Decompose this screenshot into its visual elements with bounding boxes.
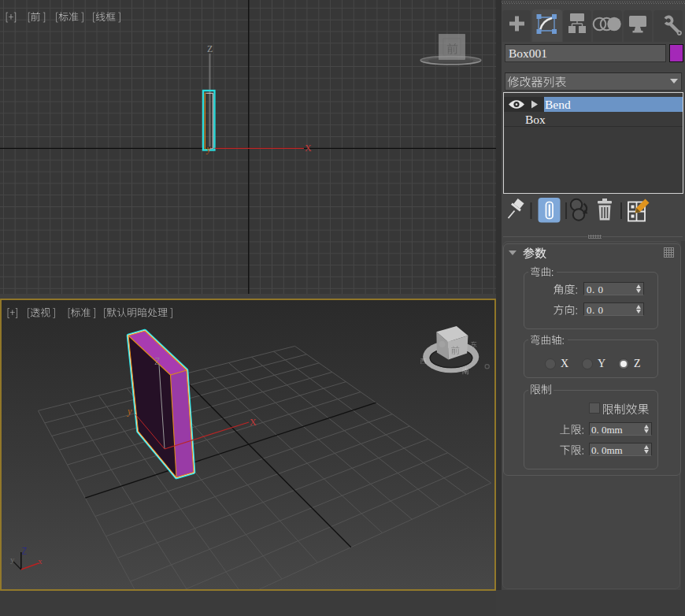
svg-text:Z: Z [207,43,213,54]
svg-text:X: X [305,143,312,154]
svg-text:y: y [206,143,212,154]
svg-text:X: X [250,417,257,428]
svg-text:y: y [10,555,15,564]
svg-text:y: y [127,406,132,417]
svg-text:x: x [38,556,43,566]
